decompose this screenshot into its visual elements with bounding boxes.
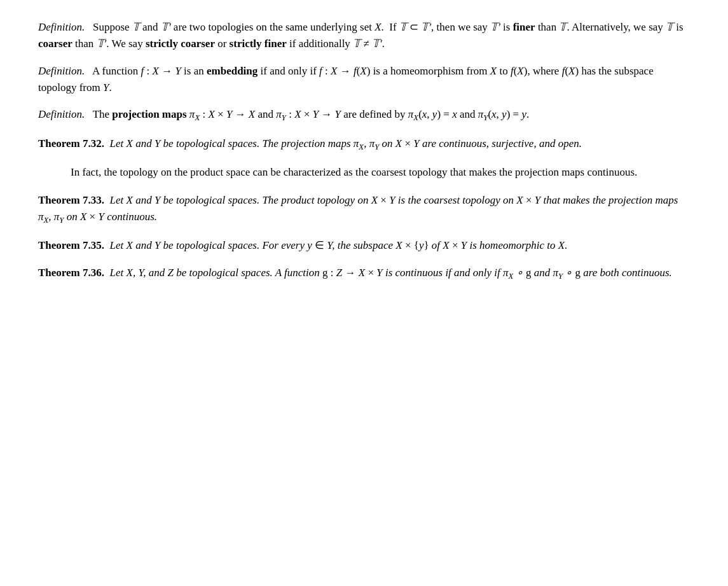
paragraph-1: In fact, the topology on the product spa…	[38, 164, 690, 181]
thm735-text: Theorem 7.35. Let X and Y be topological…	[38, 237, 690, 254]
def1-text: Definition. Suppose 𝕋 and 𝕋′ are two top…	[38, 19, 690, 53]
thm733-label: Theorem 7.33.	[38, 194, 104, 206]
thm735-label: Theorem 7.35.	[38, 239, 104, 251]
theorem-735: Theorem 7.35. Let X and Y be topological…	[38, 237, 690, 254]
thm733-text: Theorem 7.33. Let X and Y be topological…	[38, 192, 690, 227]
definition-3: Definition. The projection maps πX : X ×…	[38, 106, 690, 125]
thm732-label: Theorem 7.32.	[38, 137, 104, 150]
def1-label: Definition.	[38, 21, 85, 33]
para1-text: In fact, the topology on the product spa…	[38, 164, 690, 181]
definition-2: Definition. A function f : X → Y is an e…	[38, 63, 690, 97]
def3-label: Definition.	[38, 108, 85, 120]
theorem-736: Theorem 7.36. Let X, Y, and Z be topolog…	[38, 265, 690, 283]
thm736-label: Theorem 7.36.	[38, 267, 104, 279]
def2-text: Definition. A function f : X → Y is an e…	[38, 63, 690, 97]
def2-label: Definition.	[38, 65, 85, 77]
thm732-text: Theorem 7.32. Let X and Y be topological…	[38, 136, 690, 154]
def3-text: Definition. The projection maps πX : X ×…	[38, 106, 690, 125]
theorem-732: Theorem 7.32. Let X and Y be topological…	[38, 136, 690, 154]
page-content: Definition. Suppose 𝕋 and 𝕋′ are two top…	[38, 19, 690, 283]
definition-1: Definition. Suppose 𝕋 and 𝕋′ are two top…	[38, 19, 690, 53]
theorem-733: Theorem 7.33. Let X and Y be topological…	[38, 192, 690, 227]
thm736-text: Theorem 7.36. Let X, Y, and Z be topolog…	[38, 265, 690, 283]
